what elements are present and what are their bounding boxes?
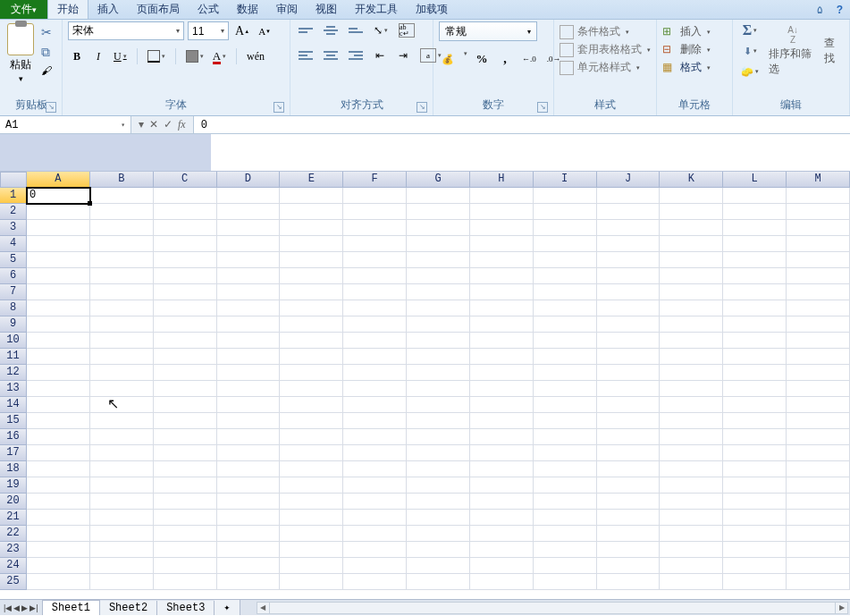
row-header[interactable]: 20 (0, 494, 27, 510)
cell[interactable] (723, 558, 787, 574)
cell[interactable] (470, 381, 534, 397)
cell[interactable] (534, 429, 597, 445)
cell[interactable] (343, 542, 407, 558)
cell[interactable] (470, 333, 534, 349)
cell[interactable] (154, 381, 217, 397)
cell[interactable] (90, 204, 154, 220)
cell[interactable] (723, 494, 787, 510)
fx-icon[interactable]: fx (178, 118, 186, 131)
cell[interactable] (343, 574, 407, 590)
cell[interactable] (343, 204, 407, 220)
column-header[interactable]: L (723, 172, 787, 188)
menu-tab-7[interactable]: 开发工具 (346, 0, 407, 19)
dialog-launcher-icon[interactable]: ↘ (46, 102, 56, 113)
cell[interactable] (407, 188, 470, 204)
cell[interactable] (723, 252, 787, 268)
cell[interactable] (154, 445, 217, 461)
cell[interactable] (280, 220, 343, 236)
cell[interactable] (217, 220, 281, 236)
align-bottom-button[interactable] (346, 21, 366, 39)
scroll-left-icon[interactable]: ◀ (257, 603, 270, 613)
font-color-button[interactable]: ▾ (210, 47, 229, 65)
cell[interactable] (343, 429, 407, 445)
cell[interactable] (660, 397, 723, 413)
cell[interactable] (787, 381, 850, 397)
sheet-tab[interactable]: Sheet2 (100, 601, 157, 615)
cell[interactable] (470, 188, 534, 204)
cell[interactable] (280, 204, 343, 220)
format-cells-button[interactable]: 格式▾ (662, 60, 711, 75)
cell[interactable] (407, 413, 470, 429)
menu-tab-0[interactable]: 开始 (47, 0, 88, 19)
cell[interactable] (27, 477, 90, 494)
cell[interactable] (597, 381, 661, 397)
cell[interactable] (407, 397, 470, 413)
help-icon[interactable]: ? (829, 0, 850, 19)
cell[interactable] (787, 349, 850, 365)
cell[interactable] (723, 510, 787, 526)
cell[interactable] (217, 413, 281, 429)
cell[interactable] (217, 381, 281, 397)
cell[interactable] (407, 349, 470, 365)
cell[interactable] (723, 188, 787, 204)
cell[interactable] (343, 510, 407, 526)
cell[interactable] (154, 574, 217, 590)
menu-tab-8[interactable]: 加载项 (407, 0, 457, 19)
cell[interactable] (407, 542, 470, 558)
cell[interactable] (154, 526, 217, 542)
row-header[interactable]: 9 (0, 316, 27, 333)
cell[interactable] (660, 477, 723, 494)
spreadsheet-grid[interactable]: ABCDEFGHIJKLM 12345678910111213141516171… (0, 172, 850, 599)
cell[interactable] (154, 413, 217, 429)
cell[interactable] (407, 333, 470, 349)
currency-button[interactable] (439, 50, 457, 68)
cell[interactable] (280, 333, 343, 349)
cell[interactable] (27, 445, 90, 461)
cell[interactable] (470, 494, 534, 510)
cell[interactable] (343, 365, 407, 381)
format-as-table-button[interactable]: 套用表格格式▾ (560, 42, 651, 57)
cell[interactable] (470, 316, 534, 333)
increase-decimal-button[interactable] (519, 50, 539, 68)
cell[interactable] (27, 413, 90, 429)
cell[interactable] (470, 445, 534, 461)
cell[interactable] (723, 268, 787, 284)
align-right-button[interactable] (346, 46, 366, 64)
cell[interactable] (723, 349, 787, 365)
cell[interactable] (470, 268, 534, 284)
font-size-combo[interactable]: 11 ▾ (188, 21, 229, 40)
cell[interactable] (787, 333, 850, 349)
cell[interactable] (343, 188, 407, 204)
cell-styles-button[interactable]: 单元格样式▾ (560, 60, 640, 75)
cell[interactable] (660, 542, 723, 558)
conditional-format-button[interactable]: 条件格式▾ (560, 24, 629, 39)
cell[interactable] (343, 220, 407, 236)
cell[interactable] (534, 461, 597, 477)
cell[interactable] (534, 188, 597, 204)
cell[interactable] (27, 381, 90, 397)
cell[interactable] (787, 542, 850, 558)
cell[interactable] (723, 413, 787, 429)
cell[interactable] (217, 204, 281, 220)
cell[interactable] (280, 494, 343, 510)
row-header[interactable]: 21 (0, 510, 27, 526)
cell[interactable] (787, 188, 850, 204)
cell[interactable] (534, 268, 597, 284)
cell[interactable] (343, 316, 407, 333)
cell[interactable] (470, 574, 534, 590)
cell[interactable] (597, 188, 661, 204)
cell[interactable] (597, 365, 661, 381)
cell[interactable] (280, 365, 343, 381)
cell[interactable]: 0 (27, 188, 90, 204)
cell[interactable] (597, 236, 661, 252)
cell[interactable] (280, 477, 343, 494)
row-header[interactable]: 7 (0, 284, 27, 300)
cell[interactable] (90, 574, 154, 590)
cell[interactable] (723, 542, 787, 558)
cell[interactable] (660, 413, 723, 429)
cell[interactable] (27, 526, 90, 542)
row-header[interactable]: 3 (0, 220, 27, 236)
cell[interactable] (217, 300, 281, 316)
cell[interactable] (597, 333, 661, 349)
cell[interactable] (280, 429, 343, 445)
